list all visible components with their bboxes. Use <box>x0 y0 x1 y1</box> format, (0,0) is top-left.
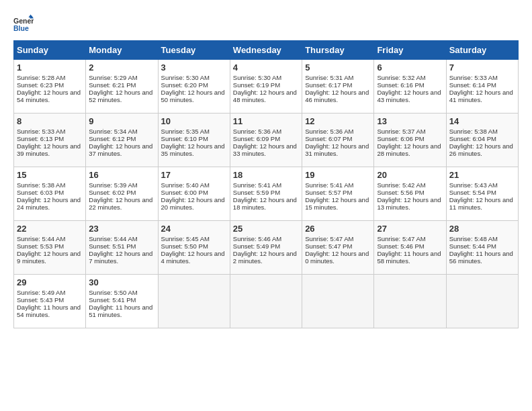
sunset-text: Sunset: 6:07 PM <box>305 135 352 142</box>
calendar-cell: 22Sunrise: 5:44 AMSunset: 5:53 PMDayligh… <box>14 221 86 275</box>
sunrise-text: Sunrise: 5:39 AM <box>89 181 137 189</box>
col-header-monday: Monday <box>86 41 158 60</box>
day-number: 14 <box>449 116 515 126</box>
day-number: 24 <box>161 224 227 234</box>
sunrise-text: Sunrise: 5:37 AM <box>377 128 425 135</box>
day-number: 16 <box>89 170 154 180</box>
day-number: 22 <box>17 224 83 234</box>
sunset-text: Sunset: 5:56 PM <box>377 189 424 196</box>
day-number: 30 <box>89 277 154 287</box>
sunset-text: Sunset: 6:04 PM <box>449 135 496 142</box>
day-number: 8 <box>17 116 83 126</box>
daylight-label: Daylight: 12 hours and 50 minutes. <box>161 89 225 103</box>
daylight-label: Daylight: 12 hours and 43 minutes. <box>377 89 441 103</box>
sunset-text: Sunset: 6:20 PM <box>161 81 208 89</box>
sunset-text: Sunset: 6:23 PM <box>17 81 64 89</box>
calendar-week-3: 15Sunrise: 5:38 AMSunset: 6:03 PMDayligh… <box>14 167 519 221</box>
sunrise-text: Sunrise: 5:33 AM <box>17 128 65 135</box>
calendar-cell: 15Sunrise: 5:38 AMSunset: 6:03 PMDayligh… <box>14 167 86 221</box>
daylight-label: Daylight: 12 hours and 24 minutes. <box>17 196 81 211</box>
daylight-label: Daylight: 11 hours and 56 minutes. <box>449 250 513 265</box>
daylight-label: Daylight: 12 hours and 15 minutes. <box>305 196 369 211</box>
sunrise-text: Sunrise: 5:42 AM <box>377 181 425 189</box>
daylight-label: Daylight: 12 hours and 7 minutes. <box>89 250 152 265</box>
sunrise-text: Sunrise: 5:38 AM <box>17 181 65 189</box>
calendar-cell: 25Sunrise: 5:46 AMSunset: 5:49 PMDayligh… <box>230 221 302 275</box>
day-number: 15 <box>17 170 83 180</box>
sunrise-text: Sunrise: 5:29 AM <box>89 74 137 81</box>
sunset-text: Sunset: 6:09 PM <box>233 135 280 142</box>
day-number: 28 <box>449 224 515 234</box>
sunrise-text: Sunrise: 5:41 AM <box>233 181 281 189</box>
daylight-label: Daylight: 12 hours and 41 minutes. <box>449 89 513 103</box>
sunrise-text: Sunrise: 5:43 AM <box>449 181 498 189</box>
daylight-label: Daylight: 12 hours and 31 minutes. <box>305 142 369 157</box>
day-number: 21 <box>449 170 515 180</box>
day-number: 2 <box>89 62 154 73</box>
sunrise-text: Sunrise: 5:49 AM <box>17 289 65 296</box>
calendar-cell: 1Sunrise: 5:28 AMSunset: 6:23 PMDaylight… <box>14 60 86 113</box>
sunset-text: Sunset: 6:10 PM <box>161 135 208 142</box>
sunset-text: Sunset: 5:41 PM <box>89 296 136 304</box>
sunset-text: Sunset: 5:57 PM <box>305 189 352 196</box>
sunset-text: Sunset: 6:13 PM <box>17 135 64 142</box>
col-header-wednesday: Wednesday <box>230 41 302 60</box>
sunrise-text: Sunrise: 5:45 AM <box>161 235 210 242</box>
daylight-label: Daylight: 12 hours and 11 minutes. <box>449 196 513 211</box>
day-number: 17 <box>161 170 227 180</box>
sunset-text: Sunset: 5:51 PM <box>89 242 136 250</box>
col-header-tuesday: Tuesday <box>158 41 230 60</box>
sunrise-text: Sunrise: 5:47 AM <box>377 235 425 242</box>
sunset-text: Sunset: 5:49 PM <box>233 242 280 250</box>
col-header-sunday: Sunday <box>14 41 86 60</box>
daylight-label: Daylight: 12 hours and 54 minutes. <box>17 89 81 103</box>
day-number: 7 <box>449 62 515 73</box>
logo-icon: General Blue <box>13 13 34 34</box>
calendar-cell: 8Sunrise: 5:33 AMSunset: 6:13 PMDaylight… <box>14 113 86 167</box>
daylight-label: Daylight: 12 hours and 9 minutes. <box>17 250 81 265</box>
day-number: 4 <box>233 62 299 73</box>
calendar-cell <box>446 275 518 328</box>
sunset-text: Sunset: 5:46 PM <box>377 242 424 250</box>
calendar-cell: 17Sunrise: 5:40 AMSunset: 6:00 PMDayligh… <box>158 167 230 221</box>
sunset-text: Sunset: 5:59 PM <box>233 189 280 196</box>
daylight-label: Daylight: 12 hours and 18 minutes. <box>233 196 297 211</box>
calendar-cell: 5Sunrise: 5:31 AMSunset: 6:17 PMDaylight… <box>302 60 374 113</box>
daylight-label: Daylight: 11 hours and 51 minutes. <box>89 304 152 318</box>
calendar-cell: 11Sunrise: 5:36 AMSunset: 6:09 PMDayligh… <box>230 113 302 167</box>
calendar-cell: 27Sunrise: 5:47 AMSunset: 5:46 PMDayligh… <box>374 221 446 275</box>
calendar-cell: 13Sunrise: 5:37 AMSunset: 6:06 PMDayligh… <box>374 113 446 167</box>
calendar-cell: 19Sunrise: 5:41 AMSunset: 5:57 PMDayligh… <box>302 167 374 221</box>
sunset-text: Sunset: 6:14 PM <box>449 81 496 89</box>
daylight-label: Daylight: 12 hours and 48 minutes. <box>233 89 297 103</box>
calendar-week-2: 8Sunrise: 5:33 AMSunset: 6:13 PMDaylight… <box>14 113 519 167</box>
sunset-text: Sunset: 6:12 PM <box>89 135 136 142</box>
sunrise-text: Sunrise: 5:40 AM <box>161 181 210 189</box>
sunset-text: Sunset: 6:19 PM <box>233 81 280 89</box>
day-number: 13 <box>377 116 443 126</box>
sunset-text: Sunset: 5:50 PM <box>161 242 208 250</box>
sunset-text: Sunset: 5:44 PM <box>449 242 496 250</box>
day-number: 3 <box>161 62 227 73</box>
daylight-label: Daylight: 12 hours and 26 minutes. <box>449 142 513 157</box>
calendar-cell: 26Sunrise: 5:47 AMSunset: 5:47 PMDayligh… <box>302 221 374 275</box>
sunset-text: Sunset: 6:21 PM <box>89 81 136 89</box>
sunrise-text: Sunrise: 5:28 AM <box>17 74 65 81</box>
sunset-text: Sunset: 6:03 PM <box>17 189 64 196</box>
day-number: 23 <box>89 224 154 234</box>
calendar-cell: 10Sunrise: 5:35 AMSunset: 6:10 PMDayligh… <box>158 113 230 167</box>
sunset-text: Sunset: 6:02 PM <box>89 189 136 196</box>
calendar-cell: 29Sunrise: 5:49 AMSunset: 5:43 PMDayligh… <box>14 275 86 328</box>
calendar-cell: 6Sunrise: 5:32 AMSunset: 6:16 PMDaylight… <box>374 60 446 113</box>
sunset-text: Sunset: 5:53 PM <box>17 242 64 250</box>
daylight-label: Daylight: 12 hours and 33 minutes. <box>233 142 297 157</box>
calendar-cell: 28Sunrise: 5:48 AMSunset: 5:44 PMDayligh… <box>446 221 518 275</box>
sunrise-text: Sunrise: 5:46 AM <box>233 235 281 242</box>
sunset-text: Sunset: 5:47 PM <box>305 242 352 250</box>
daylight-label: Daylight: 12 hours and 35 minutes. <box>161 142 225 157</box>
sunrise-text: Sunrise: 5:44 AM <box>89 235 137 242</box>
calendar-cell <box>302 275 374 328</box>
daylight-label: Daylight: 11 hours and 58 minutes. <box>377 250 441 265</box>
sunset-text: Sunset: 6:17 PM <box>305 81 352 89</box>
day-number: 11 <box>233 116 299 126</box>
